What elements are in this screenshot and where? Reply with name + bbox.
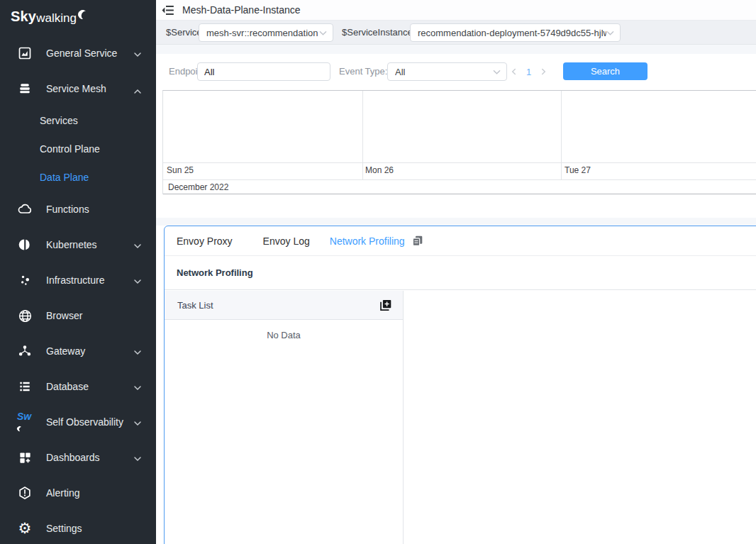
copy-icon[interactable] [411, 235, 423, 247]
sidebar-item-general-service[interactable]: General Service [0, 35, 156, 71]
alert-hexagon-icon [17, 485, 33, 501]
service-instance-select[interactable]: recommendation-deployment-5749d9dc55-hjl… [410, 23, 621, 42]
task-list-title: Task List [177, 300, 213, 311]
sidebar-item-alerting[interactable]: Alerting [0, 475, 156, 511]
logo-text: Sky [11, 9, 36, 25]
nodes-icon [17, 272, 33, 288]
sidebar: Skywalking General Service Service Mesh … [0, 0, 156, 544]
main-content: Mesh-Data-Plane-Instance $Service mesh-s… [156, 0, 756, 544]
chevron-down-icon [493, 65, 501, 78]
skywalking-logo[interactable]: Skywalking [0, 0, 156, 35]
sidebar-item-services[interactable]: Services [0, 106, 156, 135]
endpoint-input[interactable] [197, 62, 330, 81]
task-list-header: Task List [165, 291, 403, 320]
chevron-down-icon [133, 418, 142, 431]
sidebar-item-control-plane[interactable]: Control Plane [0, 135, 156, 163]
chart-icon [17, 45, 33, 61]
cloud-icon [17, 201, 33, 217]
sidebar-item-functions[interactable]: Functions [0, 191, 156, 227]
chevron-down-icon [133, 453, 142, 466]
event-type-select[interactable]: All [387, 62, 507, 81]
gear-icon: ⚙ [17, 521, 33, 536]
page-gap [156, 45, 756, 54]
pagination: 1 [511, 62, 547, 81]
chevron-down-icon [133, 240, 142, 253]
moon-icon [76, 8, 89, 21]
tabs-bar: Envoy Proxy Envoy Log Network Profiling [165, 226, 756, 256]
widget-header: Network Profiling [165, 256, 756, 290]
day-label: Mon 26 [365, 165, 394, 175]
skywalking-icon: Sw [17, 414, 33, 430]
globe-icon [17, 308, 33, 323]
chevron-down-icon [133, 49, 142, 62]
sidebar-item-infrastructure[interactable]: Infrastructure [0, 262, 156, 298]
database-icon [17, 379, 33, 394]
layers-icon [17, 81, 33, 96]
page-number[interactable]: 1 [526, 67, 531, 77]
sidebar-item-dashboards[interactable]: Dashboards [0, 440, 156, 475]
prev-page-icon[interactable] [511, 67, 517, 76]
dashboards-icon [17, 450, 33, 465]
sidebar-item-data-plane[interactable]: Data Plane [0, 163, 156, 191]
service-select[interactable]: mesh-svr::recommendation [199, 23, 333, 42]
tab-envoy-proxy[interactable]: Envoy Proxy [177, 235, 233, 247]
widget-title: Network Profiling [177, 267, 253, 278]
chevron-down-icon [133, 276, 142, 289]
tab-network-profiling[interactable]: Network Profiling [330, 235, 405, 247]
events-timeline: Sun 25 Mon 26 Tue 27 December 2022 [162, 90, 756, 194]
timeline-cells[interactable] [163, 91, 756, 162]
event-type-label: Event Type: [339, 62, 387, 81]
sidebar-item-gateway[interactable]: Gateway [0, 333, 156, 369]
day-label: Sun 25 [167, 165, 194, 175]
task-list-empty: No Data [165, 320, 403, 340]
sidebar-item-database[interactable]: Database [0, 369, 156, 404]
sidebar-item-self-observability[interactable]: Sw Self Observability [0, 404, 156, 440]
chevron-down-icon [133, 382, 142, 395]
chevron-down-icon [606, 26, 614, 39]
gateway-icon [17, 343, 33, 359]
events-card: Endpoint: Event Type: All 1 Search Sun 2… [162, 54, 756, 218]
chevron-down-icon [319, 26, 327, 39]
page-gap [156, 218, 756, 226]
chevron-up-icon [133, 84, 142, 97]
service-instance-label: $ServiceInstance [342, 21, 413, 44]
timeline-day-labels: Sun 25 Mon 26 Tue 27 [163, 162, 756, 180]
month-label: December 2022 [163, 180, 756, 194]
page-title: Mesh-Data-Plane-Instance [182, 4, 301, 16]
page-header: Mesh-Data-Plane-Instance [156, 0, 756, 21]
next-page-icon[interactable] [540, 67, 547, 76]
fold-menu-icon[interactable] [162, 5, 174, 16]
chevron-down-icon [133, 347, 142, 360]
tabs-panel: Envoy Proxy Envoy Log Network Profiling … [164, 226, 756, 544]
sidebar-item-kubernetes[interactable]: Kubernetes [0, 227, 156, 262]
sidebar-item-service-mesh[interactable]: Service Mesh [0, 71, 156, 106]
search-button[interactable]: Search [563, 62, 647, 80]
kubernetes-icon [17, 237, 33, 252]
day-label: Tue 27 [565, 165, 591, 175]
sidebar-item-browser[interactable]: Browser [0, 298, 156, 333]
tab-envoy-log[interactable]: Envoy Log [263, 235, 310, 247]
variables-bar: $Service mesh-svr::recommendation $Servi… [156, 21, 756, 45]
sidebar-item-settings[interactable]: ⚙ Settings [0, 511, 156, 544]
add-task-icon[interactable] [379, 299, 392, 312]
service-label: $Service [166, 21, 202, 44]
task-list-panel: Task List No Data [165, 291, 404, 544]
